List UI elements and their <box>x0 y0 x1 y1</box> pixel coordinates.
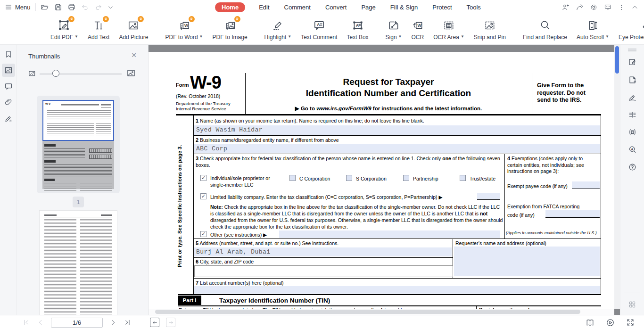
menu-button[interactable]: Menu <box>5 3 31 11</box>
last-page-icon[interactable] <box>124 319 131 326</box>
next-page-icon[interactable] <box>109 319 117 326</box>
line6-city-state-zip-field[interactable] <box>194 265 453 277</box>
quick-sign-button[interactable] <box>626 90 639 104</box>
tab-tools[interactable]: Tools <box>466 2 482 12</box>
quick-edit-button[interactable] <box>626 56 639 69</box>
quickbar-dropdown-icon[interactable] <box>107 4 114 10</box>
previous-view-button[interactable] <box>150 318 159 327</box>
form-revision: (Rev. October 2018) <box>176 93 220 99</box>
ocr-area-button[interactable]: OCR Area▼ <box>429 18 469 41</box>
tab-page[interactable]: Page <box>360 2 376 12</box>
thumbnails-panel-button[interactable] <box>2 64 15 77</box>
highlight-button[interactable]: Highlight▼ <box>260 18 297 41</box>
split-columns-icon <box>628 110 637 119</box>
snip-and-pin-button[interactable]: Snip and Pin <box>469 18 511 41</box>
line1-name-field[interactable]: Syed Wasim Haidar <box>194 125 600 135</box>
page-number-input[interactable] <box>51 318 103 328</box>
checkbox-llc[interactable] <box>200 193 206 199</box>
llc-classification-field[interactable] <box>477 193 500 200</box>
dropdown-caret-icon: ▼ <box>605 34 609 39</box>
pdf-to-image-button[interactable]: ♛ PDF to Image <box>208 18 252 41</box>
fatca-code-field[interactable] <box>545 210 600 218</box>
help-button[interactable] <box>626 160 639 173</box>
page-1-number-badge[interactable]: 1 <box>73 197 84 207</box>
page-add-icon <box>628 75 637 84</box>
help-icon <box>628 163 637 172</box>
zoom-in-thumbnail-icon[interactable] <box>126 68 136 78</box>
checkbox-partnership[interactable] <box>403 175 409 181</box>
share-icon[interactable] <box>576 3 584 11</box>
tab-home[interactable]: Home <box>215 2 245 12</box>
find-and-replace-button[interactable]: Find and Replace <box>518 18 572 41</box>
ocr-button[interactable]: W OCR <box>407 18 429 41</box>
search-text-button[interactable]: A <box>626 143 639 156</box>
signatures-panel-button[interactable] <box>2 112 15 125</box>
dropdown-caret-icon: ▼ <box>398 34 402 39</box>
horizontal-scrollbar[interactable] <box>149 309 614 315</box>
other-classification-field[interactable] <box>279 230 500 238</box>
feedback-chat-icon[interactable] <box>604 3 612 11</box>
checkbox-other[interactable] <box>200 231 206 237</box>
checkbox-s-corporation[interactable] <box>346 175 352 181</box>
line7-account-numbers-field[interactable] <box>194 286 600 294</box>
horizontal-scrollbar-thumb[interactable] <box>155 310 580 314</box>
eye-protection-mode-button[interactable]: Eye Protection Mode▼ <box>614 18 644 41</box>
thumbnail-size-slider-knob[interactable] <box>52 70 59 77</box>
page-1-thumbnail[interactable]: W-9 <box>37 96 120 193</box>
next-view-button[interactable] <box>166 318 175 327</box>
svg-text:W: W <box>417 23 421 28</box>
add-text-button[interactable]: ♛ Add Text <box>83 18 114 41</box>
new-page-button[interactable] <box>626 73 639 86</box>
line5-address-field[interactable]: Burj Al Arab, Dubai <box>194 247 452 256</box>
tab-fill-sign[interactable]: Fill & Sign <box>389 2 419 12</box>
read-mode-book-icon[interactable] <box>586 318 594 327</box>
find-and-replace-icon <box>539 19 551 32</box>
form-title-line1: Request for Taxpayer <box>245 77 532 87</box>
auto-scroll-button[interactable]: Auto Scroll▼ <box>572 18 614 41</box>
more-options-icon[interactable] <box>618 4 625 11</box>
add-picture-button[interactable]: ♛ Add Picture <box>114 18 153 41</box>
previous-page-icon[interactable] <box>37 319 44 326</box>
tab-protect[interactable]: Protect <box>431 2 453 12</box>
invite-user-icon[interactable] <box>561 3 570 11</box>
pdf-to-word-button[interactable]: W♛ PDF to Word▼ <box>160 18 207 41</box>
undo-icon[interactable] <box>81 3 89 11</box>
print-icon[interactable] <box>67 3 76 11</box>
save-icon[interactable] <box>54 3 62 11</box>
text-box-button[interactable]: A Text Box <box>342 18 373 41</box>
text-comment-button[interactable]: A Text Comment <box>296 18 342 41</box>
presentation-play-icon[interactable] <box>606 318 615 327</box>
tab-convert[interactable]: Convert <box>324 2 348 12</box>
tab-comment[interactable]: Comment <box>283 2 312 12</box>
split-view-button[interactable] <box>626 108 639 121</box>
sign-icon <box>388 19 400 32</box>
vertical-scrollbar[interactable] <box>614 45 620 309</box>
open-file-icon[interactable] <box>41 3 49 11</box>
settings-gear-icon[interactable] <box>590 3 598 11</box>
tab-edit[interactable]: Edit <box>258 2 270 12</box>
collapse-toolbar-icon[interactable] <box>631 4 638 11</box>
checkbox-c-corporation[interactable] <box>289 175 296 181</box>
line7-label: 7 List account number(s) here (optional) <box>196 280 283 286</box>
close-panel-icon[interactable]: ✕ <box>131 51 137 59</box>
page-2-thumbnail[interactable] <box>40 211 117 315</box>
comments-panel-button[interactable] <box>2 80 15 93</box>
checkbox-trust-estate[interactable] <box>460 175 466 181</box>
strip-drag-handle[interactable] <box>628 49 636 51</box>
edit-pdf-button[interactable]: ♛ Edit PDF▼ <box>46 18 83 41</box>
line2-business-name-field[interactable]: ABC Corp <box>194 144 600 153</box>
checkbox-individual[interactable] <box>200 175 206 181</box>
exempt-payee-code-field[interactable] <box>572 181 600 189</box>
fullscreen-icon[interactable] <box>626 318 635 327</box>
ribbon-toolbar: ♛ Edit PDF▼ ♛ Add Text ♛ Add Picture W♛ … <box>0 14 644 45</box>
bookmarks-panel-button[interactable] <box>2 48 15 61</box>
requester-name-address-field[interactable] <box>454 247 600 276</box>
widgets-grid-button[interactable] <box>626 298 639 311</box>
attachments-panel-button[interactable] <box>2 96 15 109</box>
redo-icon[interactable] <box>94 3 102 11</box>
sign-button[interactable]: Sign▼ <box>381 18 407 41</box>
vertical-scrollbar-thumb[interactable] <box>615 46 619 74</box>
read-mode-button[interactable] <box>626 125 639 139</box>
zoom-out-thumbnail-icon[interactable] <box>28 70 36 77</box>
first-page-icon[interactable] <box>23 319 30 326</box>
